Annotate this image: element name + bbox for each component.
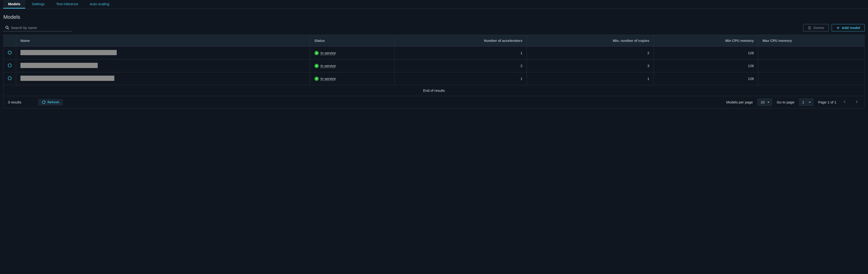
go-to-page-value: 1 [802,100,804,104]
min-cpu-mem-value: 128 [654,59,758,72]
tab-auto-scaling[interactable]: Auto-scaling [85,0,114,8]
page-info: Page 1 of 1 [818,100,836,104]
chevron-left-icon [843,100,846,103]
tab-settings[interactable]: Settings [27,0,50,8]
row-select-radio[interactable] [8,63,12,67]
models-per-page-select[interactable]: 10 [757,98,772,106]
refresh-button[interactable]: Refresh [38,99,63,105]
tab-test-inference[interactable]: Test inference [51,0,83,8]
chevron-right-icon [855,100,858,103]
results-count: 3 results [8,100,21,104]
status-text[interactable]: In service [321,64,336,68]
svg-point-0 [6,26,8,29]
next-page-button[interactable] [853,99,860,105]
search-icon [5,26,9,30]
max-cpu-mem-value [758,59,864,72]
search-container [3,24,72,31]
prev-page-button[interactable] [841,99,848,105]
refresh-button-label: Refresh [48,100,59,104]
col-status-header[interactable]: Status [310,35,395,47]
search-input[interactable] [9,26,70,30]
svg-line-1 [8,28,9,29]
trash-icon [808,26,811,30]
min-cpu-mem-value: 128 [654,47,758,59]
tabs-bar: Models Settings Test inference Auto-scal… [0,0,868,9]
caret-down-icon [767,101,770,104]
add-model-button-label: Add model [842,26,860,30]
models-table: Name Status Number of accelerators Min. … [4,35,864,85]
go-to-page-select[interactable]: 1 [799,98,813,106]
table-row: In service 2 3 128 [4,59,864,72]
models-per-page-label: Models per page [726,100,753,104]
model-name-redacted[interactable] [21,63,98,68]
go-to-page-label: Go to page [777,100,794,104]
table-row: In service 1 2 128 [4,47,864,59]
max-cpu-mem-value [758,72,864,85]
check-circle-icon [314,51,319,55]
accelerators-value: 2 [395,59,527,72]
row-select-radio[interactable] [8,77,12,80]
tab-models[interactable]: Models [3,0,25,8]
add-model-button[interactable]: Add model [832,24,865,31]
check-circle-icon [314,64,319,68]
models-per-page-value: 10 [761,100,765,104]
col-max-cpu-mem-header[interactable]: Max CPU memory [758,35,864,47]
col-min-cpu-mem-header[interactable]: Min CPU memory [654,35,758,47]
min-copies-value: 3 [527,59,654,72]
delete-button[interactable]: Delete [803,24,829,31]
check-circle-icon [314,77,319,81]
accelerators-value: 1 [395,72,527,85]
model-name-redacted[interactable] [21,75,114,81]
row-select-radio[interactable] [8,51,12,55]
refresh-icon [42,100,45,104]
col-name-header[interactable]: Name [16,35,310,47]
plus-icon [836,26,840,30]
accelerators-value: 1 [395,47,527,59]
min-copies-value: 1 [527,72,654,85]
page-title: Models [3,14,865,20]
min-copies-value: 2 [527,47,654,59]
delete-button-label: Delete [813,26,824,30]
model-name-redacted[interactable] [21,50,117,55]
status-text[interactable]: In service [321,51,336,55]
col-accelerators-header[interactable]: Number of accelerators [395,35,527,47]
caret-down-icon [808,101,811,104]
end-of-results: End of results [4,85,864,96]
col-select-header [4,35,16,47]
min-cpu-mem-value: 128 [654,72,758,85]
table-row: In service 1 1 128 [4,72,864,85]
status-text[interactable]: In service [321,77,336,81]
col-min-copies-header[interactable]: Min. number of copies [527,35,654,47]
max-cpu-mem-value [758,47,864,59]
